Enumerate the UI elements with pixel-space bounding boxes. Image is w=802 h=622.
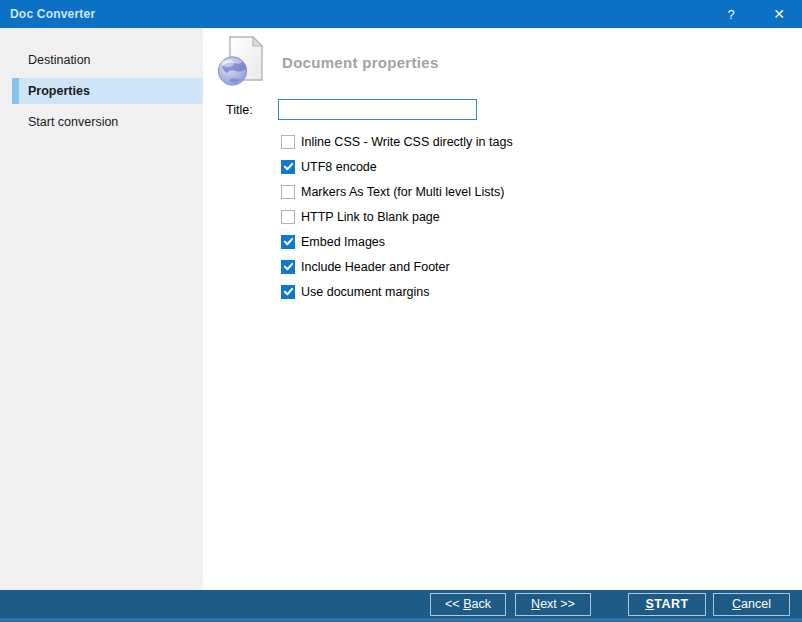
next-button[interactable]: Next >> [515,593,591,616]
start-button[interactable]: START [628,593,706,616]
window-body: DestinationPropertiesStart conversion [0,28,802,590]
close-icon[interactable]: ✕ [764,6,794,22]
help-icon[interactable]: ? [716,7,746,22]
title-field-row: Title: [226,99,802,120]
checkbox-row[interactable]: Embed Images [281,234,802,249]
doc-converter-window: Doc Converter ? ✕ DestinationPropertiesS… [0,0,802,622]
checkbox[interactable] [281,285,295,299]
sidebar-item-properties[interactable]: Properties [12,78,203,104]
checkmark-icon [283,236,294,247]
back-button[interactable]: << Back [430,593,506,616]
checkbox[interactable] [281,185,295,199]
title-input[interactable] [278,99,477,120]
checkbox-row[interactable]: Include Header and Footer [281,259,802,274]
sidebar-item-destination[interactable]: Destination [0,47,203,73]
document-globe-icon [217,36,267,88]
checkbox-label: Embed Images [301,235,385,249]
checkbox-label: UTF8 encode [301,160,377,174]
main-panel: Document properties Title: Inline CSS - … [203,28,802,590]
checkbox[interactable] [281,135,295,149]
checkbox-list: Inline CSS - Write CSS directly in tags … [281,134,802,299]
heading-row: Document properties [217,36,802,88]
footer-bar: << Back Next >> START Cancel [0,590,802,622]
page-title: Document properties [282,54,439,71]
checkbox-row[interactable]: Use document margins [281,284,802,299]
checkbox-label: Use document margins [301,285,430,299]
checkbox[interactable] [281,235,295,249]
cancel-button[interactable]: Cancel [713,593,790,616]
checkbox-label: Inline CSS - Write CSS directly in tags [301,135,513,149]
checkbox-label: Include Header and Footer [301,260,450,274]
checkbox-row[interactable]: Markers As Text (for Multi level Lists) [281,184,802,199]
checkbox-row[interactable]: UTF8 encode [281,159,802,174]
checkmark-icon [283,261,294,272]
checkbox-row[interactable]: HTTP Link to Blank page [281,209,802,224]
checkbox[interactable] [281,260,295,274]
title-field-label: Title: [226,103,270,117]
checkbox[interactable] [281,210,295,224]
checkbox-label: Markers As Text (for Multi level Lists) [301,185,504,199]
checkmark-icon [283,161,294,172]
window-title: Doc Converter [10,7,95,21]
checkbox-label: HTTP Link to Blank page [301,210,440,224]
title-bar: Doc Converter ? ✕ [0,0,802,28]
checkbox-row[interactable]: Inline CSS - Write CSS directly in tags [281,134,802,149]
checkmark-icon [283,286,294,297]
checkbox[interactable] [281,160,295,174]
sidebar-item-start-conversion[interactable]: Start conversion [0,109,203,135]
sidebar: DestinationPropertiesStart conversion [0,28,203,590]
